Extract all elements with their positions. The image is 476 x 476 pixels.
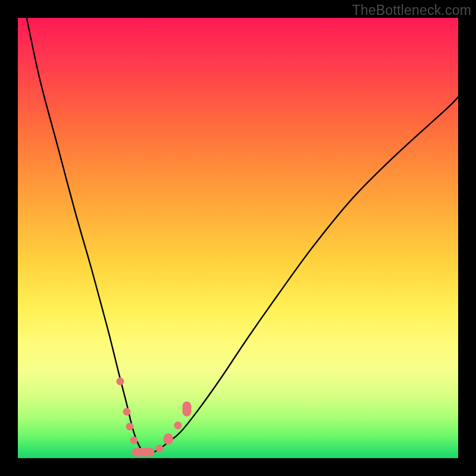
plot-area [18,18,458,458]
bottleneck-curve [27,18,458,455]
marker-pill [183,402,192,416]
marker-pill [164,434,173,445]
watermark-text: TheBottleneck.com [352,2,471,18]
marker-dot [130,437,138,444]
marker-dot [117,377,124,385]
chart-frame: TheBottleneck.com [0,0,476,476]
marker-dot [126,422,133,430]
curve-svg [18,18,458,458]
marker-dot [123,408,130,416]
marker-dot [156,444,164,452]
marker-dot [174,421,182,429]
marker-pill [132,448,155,456]
